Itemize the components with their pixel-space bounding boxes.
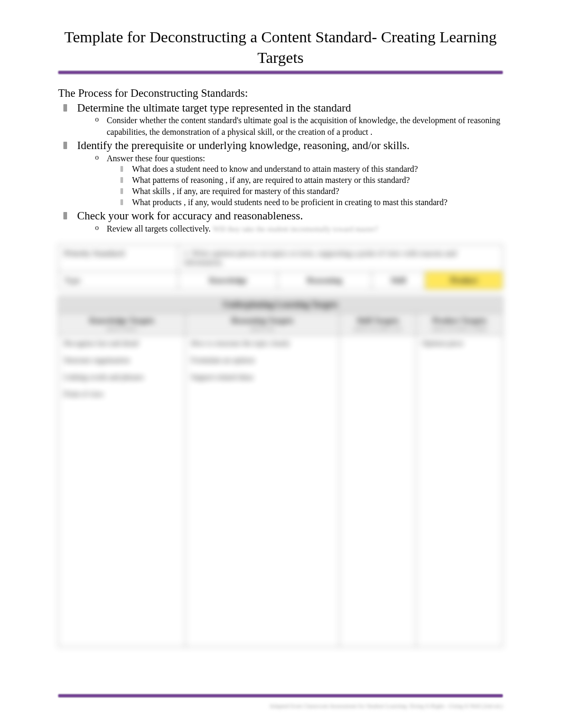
table-row: Knowledge Targets need to know Reasoning… [59, 312, 503, 335]
col-sub: need to be able to make [419, 325, 499, 331]
process-list: Determine the ultimate target type repre… [58, 101, 503, 235]
targets-table-title: Underpinning Learning Targets [59, 296, 503, 312]
question-list: What does a student need to know and und… [107, 164, 503, 208]
list-item: Identify the prerequisite or underlying … [77, 139, 503, 208]
type-skill: Skill [371, 271, 425, 289]
sub-list-item-text: Consider whether the content standard's … [107, 116, 500, 136]
sub-list: Review all targets collectively. Will th… [77, 223, 503, 235]
blurred-tables-region: Priority Standard 1. Write opinion piece… [58, 244, 503, 647]
question-item: What patterns of reasoning , if any, are… [132, 175, 503, 186]
list-item: Determine the ultimate target type repre… [77, 101, 503, 137]
document-page: Template for Deconstructing a Content St… [0, 0, 561, 728]
question-text: What patterns of reasoning , if any, are… [132, 176, 410, 185]
question-item: What skills , if any, are required for m… [132, 186, 503, 197]
col-head: Product Targets [432, 316, 487, 325]
table-row: Priority Standard 1. Write opinion piece… [59, 244, 503, 271]
footer-divider [58, 694, 503, 697]
sub-list: Answer these four questions: What does a… [77, 153, 503, 208]
table-row: Underpinning Learning Targets [59, 296, 503, 312]
sub-list-item: Consider whether the content standard's … [107, 115, 503, 137]
col-skill: Skill Targets need to be able to do [339, 312, 416, 335]
type-knowledge: Knowledge [179, 271, 278, 289]
page-title: Template for Deconstructing a Content St… [58, 26, 503, 68]
process-heading: The Process for Deconstructing Standards… [58, 87, 503, 100]
table-row: Recognize fact and detail Structure orga… [59, 335, 503, 647]
priority-standard-value: 1. Write opinion pieces on topics or tex… [179, 244, 503, 271]
product-cell: Opinion piece [416, 335, 503, 647]
standard-table: Priority Standard 1. Write opinion piece… [58, 244, 503, 290]
table-row: Type Knowledge Reasoning Skill Product [59, 271, 503, 289]
list-item-text: Check your work for accuracy and reasona… [77, 209, 303, 222]
skill-cell [339, 335, 416, 647]
col-knowledge: Knowledge Targets need to know [59, 312, 185, 335]
sub-list-item: Answer these four questions: What does a… [107, 153, 503, 208]
col-head: Reasoning Targets [231, 316, 294, 325]
type-label: Type [59, 271, 179, 289]
knowledge-cell: Recognize fact and detail Structure orga… [59, 335, 185, 647]
col-head: Knowledge Targets [89, 316, 154, 325]
sub-list-item: Review all targets collectively. Will th… [107, 223, 503, 235]
col-sub: need to be able to do [343, 325, 413, 331]
col-sub: need to know [62, 325, 182, 331]
list-item: Check your work for accuracy and reasona… [77, 209, 503, 234]
targets-table: Underpinning Learning Targets Knowledge … [58, 296, 503, 647]
question-item: What does a student need to know and und… [132, 164, 503, 175]
sub-list-item-text: Review all targets collectively. [107, 224, 211, 233]
type-reasoning: Reasoning [277, 271, 371, 289]
col-product: Product Targets need to be able to make [416, 312, 503, 335]
question-item: What products , if any, would students n… [132, 197, 503, 208]
question-text: What skills , if any, are required for m… [132, 187, 339, 196]
footer-text: Adapted from Classroom Assessment for St… [174, 703, 503, 709]
reasoning-cell: How to structure the topic clearly Formu… [185, 335, 339, 647]
col-head: Skill Targets [357, 316, 399, 325]
sub-list: Consider whether the content standard's … [77, 115, 503, 137]
question-text: What products , if any, would students n… [132, 198, 447, 207]
col-reasoning: Reasoning Targets need to do [185, 312, 339, 335]
type-product: Product [425, 271, 503, 289]
col-sub: need to do [189, 325, 335, 331]
question-text: What does a student need to know and und… [132, 164, 418, 173]
header-divider [58, 71, 503, 74]
sub-list-item-text: Answer these four questions: [107, 154, 205, 163]
list-item-text: Identify the prerequisite or underlying … [77, 139, 409, 152]
priority-standard-label: Priority Standard [59, 244, 179, 271]
inline-note: Will they take the student incrementally… [213, 225, 378, 233]
list-item-text: Determine the ultimate target type repre… [77, 102, 351, 114]
